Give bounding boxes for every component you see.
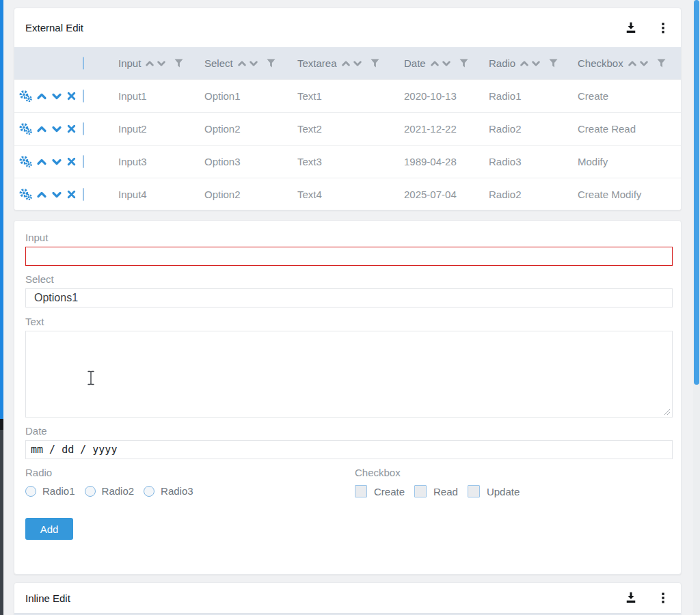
- download-icon[interactable]: [624, 21, 638, 35]
- card-title: External Edit: [25, 22, 83, 33]
- left-stripe-dark-segment: [0, 430, 3, 615]
- text-label: Text: [25, 316, 670, 328]
- select-field[interactable]: Options1: [25, 288, 673, 308]
- card-toolbar: [624, 21, 670, 35]
- inline-edit-header: Inline Edit: [14, 583, 681, 613]
- sort-desc-icon[interactable]: [353, 59, 362, 68]
- move-down-icon[interactable]: [51, 189, 62, 200]
- cell-input: Input2: [118, 123, 204, 135]
- i-beam-cursor-icon: [87, 370, 95, 385]
- radio-option-label: Radio2: [102, 485, 135, 497]
- resize-handle-icon[interactable]: [664, 409, 671, 415]
- cell-select: Option2: [204, 123, 297, 135]
- update-checkbox[interactable]: [468, 485, 480, 497]
- settings-gears-icon[interactable]: [19, 156, 32, 167]
- table-row: Input4 Option2 Text4 2025-07-04 Radio2 C…: [14, 178, 681, 210]
- sort-desc-icon[interactable]: [531, 59, 541, 68]
- sort-asc-icon[interactable]: [237, 59, 247, 68]
- row-actions: [14, 123, 83, 135]
- add-button[interactable]: Add: [25, 518, 73, 540]
- move-down-icon[interactable]: [51, 156, 62, 167]
- delete-x-icon[interactable]: [66, 91, 77, 101]
- cell-textarea: Text2: [297, 123, 404, 135]
- sort-asc-icon[interactable]: [520, 59, 529, 68]
- settings-gears-icon[interactable]: [19, 189, 32, 200]
- table-row: Input2 Option2 Text2 2021-12-22 Radio2 C…: [14, 112, 681, 145]
- row-checkbox[interactable]: [83, 122, 84, 135]
- checkbox-option-label: Create: [374, 486, 405, 497]
- sort-asc-icon[interactable]: [341, 59, 351, 68]
- column-header-input: Input: [118, 57, 204, 69]
- move-up-icon[interactable]: [36, 124, 47, 135]
- filter-icon[interactable]: [371, 59, 379, 68]
- cell-input: Input4: [118, 189, 204, 200]
- delete-x-icon[interactable]: [66, 156, 77, 167]
- date-field[interactable]: mm / dd / yyyy: [25, 440, 673, 459]
- left-edge-stripe: [0, 0, 3, 615]
- filter-icon[interactable]: [267, 59, 275, 68]
- column-header-select: Select: [204, 57, 297, 69]
- radio-group: Radio Radio1 Radio2 Radio3: [25, 467, 355, 497]
- delete-x-icon[interactable]: [66, 124, 77, 134]
- card-title: Inline Edit: [25, 592, 70, 604]
- select-all-checkbox[interactable]: [83, 57, 84, 70]
- sort-desc-icon[interactable]: [249, 59, 258, 68]
- move-down-icon[interactable]: [51, 91, 62, 102]
- settings-gears-icon[interactable]: [19, 123, 32, 135]
- checkbox-group-label: Checkbox: [355, 467, 520, 479]
- left-stripe-black-segment: [0, 419, 3, 430]
- create-checkbox[interactable]: [355, 485, 367, 497]
- table-row: Input1 Option1 Text1 2020-10-13 Radio1 C…: [14, 79, 681, 112]
- cell-radio: Radio2: [489, 189, 578, 200]
- kebab-menu-icon[interactable]: [656, 21, 670, 35]
- radio-button[interactable]: [85, 486, 96, 497]
- external-edit-header: External Edit: [14, 8, 681, 47]
- cell-input: Input1: [118, 90, 204, 102]
- sort-desc-icon[interactable]: [157, 59, 166, 68]
- sort-asc-icon[interactable]: [430, 59, 440, 68]
- cell-radio: Radio1: [489, 90, 578, 102]
- cell-date: 2021-12-22: [404, 123, 489, 135]
- column-header-radio: Radio: [489, 57, 578, 69]
- sort-asc-icon[interactable]: [628, 59, 637, 68]
- table-header-row: Input Select Textarea Date: [14, 47, 681, 79]
- radio-checkbox-row: Radio Radio1 Radio2 Radio3 Checkbox Crea…: [25, 467, 670, 497]
- checkbox-option-label: Read: [433, 486, 458, 497]
- kebab-menu-icon[interactable]: [656, 591, 670, 605]
- filter-icon[interactable]: [657, 59, 666, 68]
- move-up-icon[interactable]: [36, 91, 47, 102]
- move-down-icon[interactable]: [51, 124, 62, 135]
- table-row: Input3 Option3 Text3 1989-04-28 Radio3 M…: [14, 145, 681, 178]
- cell-checkbox: Create Read: [578, 123, 681, 135]
- settings-gears-icon[interactable]: [19, 90, 32, 102]
- radio-button[interactable]: [144, 486, 154, 497]
- input-field[interactable]: [25, 247, 673, 266]
- cell-date: 1989-04-28: [404, 156, 489, 167]
- sort-desc-icon[interactable]: [639, 59, 649, 68]
- checkbox-option-label: Update: [487, 486, 520, 497]
- move-up-icon[interactable]: [36, 189, 47, 200]
- cell-select: Option2: [204, 189, 297, 200]
- text-textarea[interactable]: [25, 331, 673, 418]
- sort-asc-icon[interactable]: [145, 59, 154, 68]
- delete-x-icon[interactable]: [66, 189, 77, 200]
- row-checkbox[interactable]: [83, 155, 84, 168]
- scrollbar-track[interactable]: [693, 0, 700, 615]
- download-icon[interactable]: [624, 591, 638, 605]
- cell-date: 2020-10-13: [404, 90, 489, 102]
- row-checkbox[interactable]: [83, 188, 84, 201]
- filter-icon[interactable]: [174, 59, 183, 68]
- row-checkbox[interactable]: [83, 90, 84, 102]
- filter-icon[interactable]: [459, 59, 468, 68]
- move-up-icon[interactable]: [36, 156, 47, 167]
- radio-button[interactable]: [25, 486, 36, 497]
- input-label: Input: [25, 232, 670, 244]
- cell-select: Option1: [204, 90, 297, 102]
- scrollbar-thumb[interactable]: [694, 0, 699, 385]
- cell-textarea: Text3: [297, 156, 404, 167]
- external-edit-card: External Edit Input Sel: [14, 8, 682, 210]
- filter-icon[interactable]: [549, 59, 558, 68]
- read-checkbox[interactable]: [414, 485, 427, 497]
- column-header-textarea: Textarea: [297, 57, 404, 69]
- sort-desc-icon[interactable]: [442, 59, 451, 68]
